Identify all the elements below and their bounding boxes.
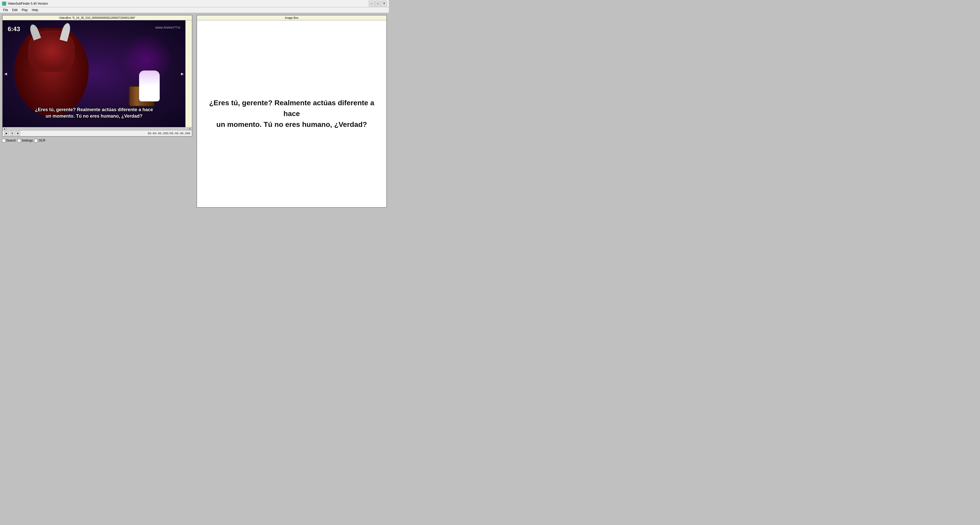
video-timestamp: 6:43 bbox=[8, 25, 20, 33]
tab-settings-label: Settings bbox=[22, 139, 33, 142]
video-box-title: VideoBox "0_10_35_510_000000000001280007… bbox=[3, 16, 192, 20]
menu-bar: File Edit Play Help bbox=[0, 7, 389, 13]
tab-ocr-label: OCR bbox=[38, 139, 45, 142]
tab-ocr[interactable]: OCR bbox=[34, 139, 45, 142]
extracted-subtitle: ¿Eres tú, gerente? Realmente actúas dife… bbox=[197, 92, 387, 135]
video-watermark: www.AnimeYT.tv bbox=[155, 25, 180, 29]
menu-file[interactable]: File bbox=[1, 8, 10, 12]
subtitle-line1: ¿Eres tú, gerente? Realmente actúas dife… bbox=[8, 106, 180, 113]
extracted-line1: ¿Eres tú, gerente? Realmente actúas dife… bbox=[202, 98, 381, 119]
maximize-button[interactable]: □ bbox=[375, 1, 381, 6]
play-button[interactable]: ▶ bbox=[4, 131, 9, 136]
tab-settings-checkbox[interactable] bbox=[18, 139, 21, 142]
subtitle-line2: un momento. Tú no eres humano, ¿Verdad? bbox=[8, 113, 180, 119]
menu-help[interactable]: Help bbox=[30, 8, 40, 12]
tab-search-label: Search bbox=[6, 139, 16, 142]
nav-arrow-left[interactable]: ◄ bbox=[3, 71, 8, 76]
scroll-left-btn[interactable]: ◄ bbox=[3, 127, 6, 130]
close-button[interactable]: ✕ bbox=[381, 1, 387, 6]
right-panel: Image Box ¿Eres tú, gerente? Realmente a… bbox=[194, 13, 389, 210]
extracted-line2: un momento. Tú no eres humano, ¿Verdad? bbox=[202, 119, 381, 130]
tab-search-checkbox[interactable] bbox=[2, 139, 5, 142]
bottom-tabs: Search Settings OCR bbox=[2, 138, 192, 143]
menu-edit[interactable]: Edit bbox=[10, 8, 19, 12]
subtitle-overlay: ¿Eres tú, gerente? Realmente actúas dife… bbox=[3, 106, 185, 119]
scrollbar-track[interactable] bbox=[6, 128, 188, 130]
main-container: VideoBox "0_10_35_510_000000000001280007… bbox=[0, 13, 389, 210]
title-bar-left: VideoSubFinder 5.40 Version bbox=[2, 2, 48, 6]
scroll-right-btn[interactable]: ► bbox=[188, 127, 192, 130]
image-box-content: ¿Eres tú, gerente? Realmente actúas dife… bbox=[197, 20, 387, 207]
app-icon bbox=[2, 2, 6, 6]
time-display: 00:00:00,000/00:00:00,000 bbox=[148, 132, 190, 135]
video-frame[interactable]: 6:43 www.AnimeYT.tv ¿Eres tú, gerente? R… bbox=[3, 20, 185, 127]
video-scrollbar[interactable]: ◄ ► bbox=[3, 127, 192, 130]
menu-play[interactable]: Play bbox=[19, 8, 30, 12]
nav-arrow-right[interactable]: ► bbox=[180, 71, 185, 76]
left-panel: VideoBox "0_10_35_510_000000000001280007… bbox=[0, 13, 194, 210]
video-box: VideoBox "0_10_35_510_000000000001280007… bbox=[2, 15, 192, 136]
image-box: Image Box ¿Eres tú, gerente? Realmente a… bbox=[197, 15, 387, 208]
title-bar-controls: ─ □ ✕ bbox=[369, 1, 387, 6]
tab-ocr-checkbox[interactable] bbox=[34, 139, 38, 142]
image-box-title: Image Box bbox=[197, 16, 387, 20]
girl-figure bbox=[139, 70, 160, 102]
app-title: VideoSubFinder 5.40 Version bbox=[8, 2, 48, 5]
title-bar: VideoSubFinder 5.40 Version ─ □ ✕ bbox=[0, 0, 389, 7]
video-controls: ▶ ⏸ ■ 00:00:00,000/00:00:00,000 bbox=[3, 130, 192, 136]
tab-search[interactable]: Search bbox=[2, 139, 16, 142]
minimize-button[interactable]: ─ bbox=[369, 1, 374, 6]
tab-settings[interactable]: Settings bbox=[18, 139, 33, 142]
pause-button[interactable]: ⏸ bbox=[10, 131, 14, 136]
stop-button[interactable]: ■ bbox=[16, 131, 20, 136]
